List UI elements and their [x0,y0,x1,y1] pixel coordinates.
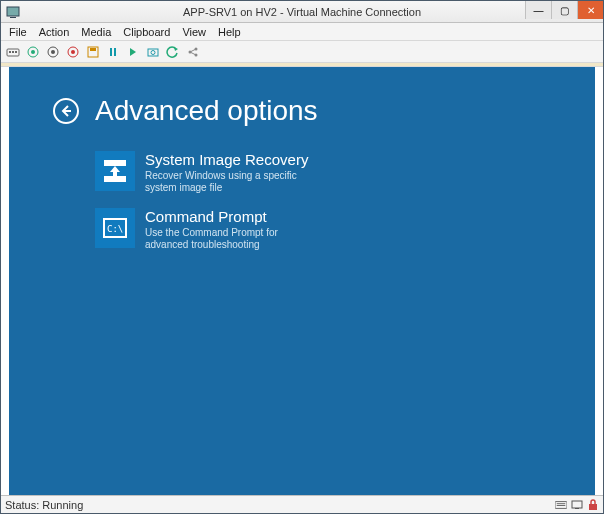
revert-button[interactable] [165,44,181,60]
svg-rect-5 [15,51,17,53]
lock-icon [587,499,599,511]
close-button[interactable]: ✕ [577,1,603,19]
command-prompt-icon: C:\ [95,208,135,248]
menu-action[interactable]: Action [33,25,76,39]
keyboard-icon [555,499,567,511]
tile-description: Recover Windows using a specific system … [145,170,305,194]
svg-point-7 [31,50,35,54]
tile-system-image-recovery[interactable]: System Image Recovery Recover Windows us… [95,151,355,194]
start-button[interactable] [25,44,41,60]
vm-display: Advanced options System Image Recovery R… [1,67,603,495]
svg-marker-16 [130,48,136,56]
window-title: APP-SRV1 on HV2 - Virtual Machine Connec… [1,6,603,18]
menu-help[interactable]: Help [212,25,247,39]
svg-rect-13 [90,48,96,51]
tile-command-prompt[interactable]: C:\ Command Prompt Use the Command Promp… [95,208,355,251]
svg-rect-34 [557,505,566,506]
save-button[interactable] [85,44,101,60]
svg-rect-33 [557,503,566,504]
menu-media[interactable]: Media [75,25,117,39]
share-button[interactable] [185,44,201,60]
svg-point-11 [71,50,75,54]
window-buttons: — ▢ ✕ [525,1,603,19]
app-icon [5,4,21,20]
svg-point-9 [51,50,55,54]
svg-rect-0 [7,7,19,16]
minimize-button[interactable]: — [525,1,551,19]
titlebar: APP-SRV1 on HV2 - Virtual Machine Connec… [1,1,603,23]
display-icon [571,499,583,511]
system-image-recovery-icon [95,151,135,191]
tile-body: Command Prompt Use the Command Prompt fo… [145,208,305,251]
svg-rect-27 [104,176,126,182]
svg-rect-4 [12,51,14,53]
svg-rect-37 [589,504,597,510]
turnoff-button[interactable] [45,44,61,60]
svg-rect-1 [10,17,16,18]
svg-rect-3 [9,51,11,53]
svg-point-18 [151,50,155,54]
pause-button[interactable] [105,44,121,60]
recovery-screen: Advanced options System Image Recovery R… [9,67,595,251]
svg-rect-26 [104,160,126,166]
menu-file[interactable]: File [3,25,33,39]
toolbar [1,41,603,63]
tile-title: Command Prompt [145,208,305,225]
svg-rect-15 [114,48,116,56]
tile-body: System Image Recovery Recover Windows us… [145,151,308,194]
svg-rect-14 [110,48,112,56]
page-title: Advanced options [95,95,318,127]
menubar: File Action Media Clipboard View Help [1,23,603,41]
menu-view[interactable]: View [176,25,212,39]
status-text: Status: Running [5,499,83,511]
svg-marker-19 [174,47,178,51]
tile-title: System Image Recovery [145,151,308,168]
svg-text:C:\: C:\ [107,224,123,234]
shutdown-button[interactable] [65,44,81,60]
svg-rect-35 [572,501,582,508]
svg-line-23 [190,49,196,52]
statusbar: Status: Running [1,495,603,513]
snapshot-button[interactable] [145,44,161,60]
status-icons [555,499,599,511]
back-button[interactable] [53,98,79,124]
tile-description: Use the Command Prompt for advanced trou… [145,227,305,251]
svg-line-24 [190,52,196,55]
svg-rect-29 [113,171,117,176]
svg-rect-36 [575,508,579,509]
ctrl-alt-del-button[interactable] [5,44,21,60]
page-header: Advanced options [53,95,595,127]
maximize-button[interactable]: ▢ [551,1,577,19]
reset-button[interactable] [125,44,141,60]
menu-clipboard[interactable]: Clipboard [117,25,176,39]
